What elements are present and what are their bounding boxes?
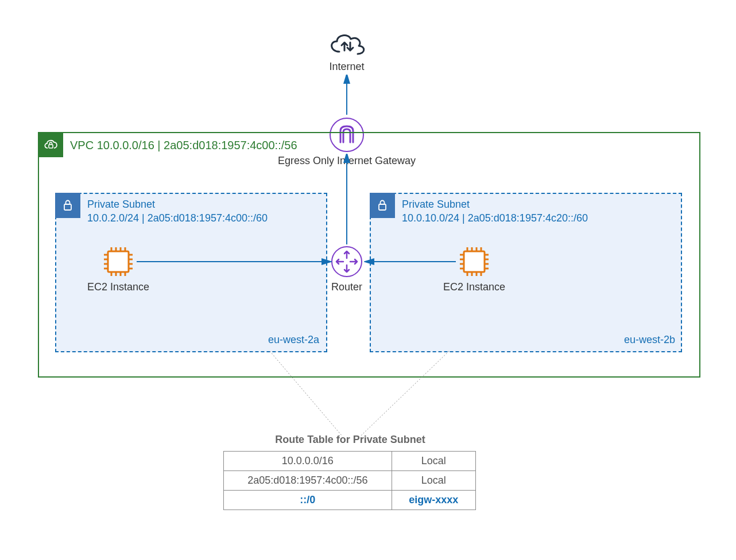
arrow-router-to-eigw [342, 154, 351, 246]
svg-rect-22 [464, 251, 485, 272]
route-target: Local [392, 471, 475, 491]
vpc-label-prefix: VPC [70, 139, 97, 151]
vpc-cidr-v6: 2a05:d018:1957:4c00::/56 [164, 139, 297, 151]
ec2-b-icon [458, 246, 490, 278]
svg-rect-21 [379, 204, 386, 210]
svg-rect-2 [49, 145, 53, 148]
arrow-eigw-to-internet [342, 75, 351, 116]
table-row: 10.0.0.0/16 Local [224, 452, 476, 471]
vpc-sep: | [154, 139, 164, 151]
vpc-badge [38, 132, 63, 157]
router-label: Router [326, 281, 367, 293]
router-icon [331, 246, 363, 278]
vpc-label: VPC 10.0.0.0/16 | 2a05:d018:1957:4c00::/… [70, 139, 297, 152]
subnet-b-badge [370, 193, 395, 218]
lock-icon [61, 199, 74, 212]
lock-icon [376, 199, 389, 212]
internet-icon [327, 31, 367, 57]
svg-rect-4 [108, 251, 129, 272]
route-dest: 2a05:d018:1957:4c00::/56 [224, 471, 392, 491]
subnet-a-title: Private Subnet [87, 199, 155, 211]
internet-label: Internet [319, 61, 374, 73]
subnet-b-sep: | [459, 212, 468, 224]
subnet-b-cidr-v6: 2a05:d018:1957:4c20::/60 [468, 212, 588, 224]
table-row: ::/0 eigw-xxxx [224, 491, 476, 510]
route-target: eigw-xxxx [392, 491, 475, 510]
diagram-canvas: Internet Egress Only Internet Gateway VP… [0, 0, 736, 560]
vpc-cidr-v4: 10.0.0.0/16 [97, 139, 154, 151]
subnet-a-cidr: 10.0.2.0/24 | 2a05:d018:1957:4c00::/60 [87, 212, 268, 224]
subnet-a-cidr-v4: 10.0.2.0/24 [87, 212, 139, 224]
route-dest: ::/0 [224, 491, 392, 510]
subnet-b-title: Private Subnet [402, 199, 470, 211]
subnet-b-az: eu-west-2b [578, 334, 675, 346]
table-row: 2a05:d018:1957:4c00::/56 Local [224, 471, 476, 491]
ec2-b-label: EC2 Instance [440, 281, 509, 293]
route-target: Local [392, 452, 475, 471]
arrow-ec2a-to-router [137, 257, 332, 266]
ec2-a-label: EC2 Instance [84, 281, 153, 293]
subnet-a-az: eu-west-2a [222, 334, 319, 346]
ec2-a-icon [102, 246, 134, 278]
svg-rect-3 [64, 204, 71, 210]
route-table-title: Route Table for Private Subnet [230, 434, 471, 446]
arrow-ec2b-to-router [364, 257, 457, 266]
subnet-b-cidr-v4: 10.0.10.0/24 [402, 212, 459, 224]
subnet-a-cidr-v6: 2a05:d018:1957:4c00::/60 [148, 212, 268, 224]
cloud-lock-icon [42, 137, 59, 153]
route-table: 10.0.0.0/16 Local 2a05:d018:1957:4c00::/… [223, 451, 476, 510]
subnet-a-badge [55, 193, 80, 218]
subnet-a-sep: | [139, 212, 148, 224]
route-dest: 10.0.0.0/16 [224, 452, 392, 471]
subnet-b-cidr: 10.0.10.0/24 | 2a05:d018:1957:4c20::/60 [402, 212, 588, 224]
